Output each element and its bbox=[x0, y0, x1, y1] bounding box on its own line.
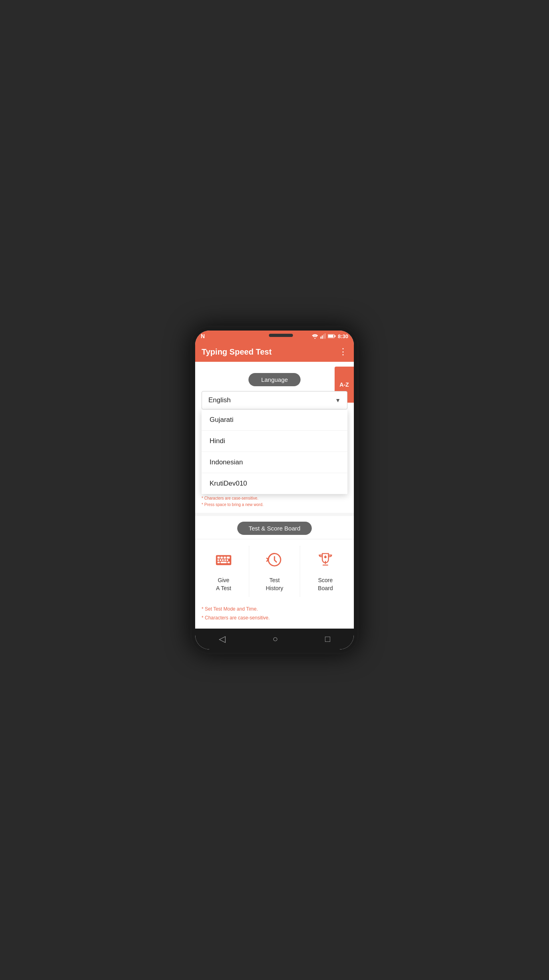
svg-rect-12 bbox=[227, 557, 230, 559]
svg-rect-17 bbox=[227, 559, 228, 561]
history-icon bbox=[265, 550, 284, 573]
svg-rect-16 bbox=[224, 559, 226, 561]
svg-point-0 bbox=[315, 338, 316, 339]
svg-rect-13 bbox=[218, 559, 219, 561]
language-section: Language English ▼ Gujarati Hindi Indone… bbox=[195, 362, 354, 492]
score-icons-row: GiveA Test TestHistory bbox=[195, 539, 354, 600]
content-area: Language English ▼ Gujarati Hindi Indone… bbox=[195, 362, 354, 629]
back-button[interactable]: ◁ bbox=[211, 631, 234, 647]
svg-rect-1 bbox=[321, 337, 321, 339]
dropdown-arrow-icon: ▼ bbox=[335, 397, 341, 403]
note-case-sensitive-2: * Characters are case-sensitive. bbox=[202, 614, 347, 623]
wifi-icon bbox=[312, 333, 318, 339]
test-score-badge: Test & Score Board bbox=[237, 522, 311, 535]
app-notification-icon: N bbox=[201, 333, 205, 339]
svg-rect-18 bbox=[218, 562, 220, 563]
note-test-mode: * Set Test Mode and Time. bbox=[202, 605, 347, 614]
svg-rect-14 bbox=[220, 559, 221, 561]
status-right: 8:30 bbox=[312, 333, 348, 339]
note-case-sensitive: * Characters are case-sensitive. bbox=[202, 495, 347, 502]
keyboard-icon bbox=[214, 550, 233, 573]
score-board-label: ScoreBoard bbox=[318, 577, 333, 592]
phone-screen: N bbox=[195, 331, 354, 649]
test-score-header: Test & Score Board bbox=[195, 516, 354, 539]
test-history-label: TestHistory bbox=[266, 577, 283, 592]
give-test-item[interactable]: GiveA Test bbox=[198, 546, 249, 597]
svg-rect-2 bbox=[322, 335, 323, 339]
dropdown-item-gujarati[interactable]: Gujarati bbox=[202, 409, 347, 431]
speaker bbox=[269, 334, 293, 337]
svg-rect-6 bbox=[328, 335, 333, 337]
dropdown-item-indonesian[interactable]: Indonesian bbox=[202, 452, 347, 473]
recents-button[interactable]: □ bbox=[317, 631, 338, 647]
az-label: A-Z bbox=[339, 381, 349, 388]
trophy-icon bbox=[316, 550, 335, 573]
phone-frame: N bbox=[190, 326, 359, 654]
signal-icon bbox=[320, 333, 326, 339]
language-badge: Language bbox=[248, 373, 301, 386]
svg-rect-10 bbox=[220, 557, 223, 559]
note-space-word: * Press space to bring a new word. bbox=[202, 502, 347, 508]
dropdown-item-hindi[interactable]: Hindi bbox=[202, 431, 347, 452]
navigation-bar: ◁ ○ □ bbox=[195, 629, 354, 649]
bottom-notes: * Set Test Mode and Time. * Characters a… bbox=[195, 600, 354, 627]
svg-rect-9 bbox=[218, 557, 220, 559]
give-test-label: GiveA Test bbox=[216, 577, 231, 592]
language-dropdown[interactable]: English ▼ Gujarati Hindi Indonesian Krut… bbox=[202, 391, 347, 409]
test-score-section: Test & Score Board bbox=[195, 516, 354, 627]
dropdown-item-krutidev[interactable]: KrutiDev010 bbox=[202, 473, 347, 494]
score-board-item[interactable]: ScoreBoard bbox=[300, 546, 351, 597]
language-notes: * Characters are case-sensitive. * Press… bbox=[195, 492, 354, 513]
svg-rect-19 bbox=[220, 562, 226, 563]
test-history-item[interactable]: TestHistory bbox=[249, 546, 300, 597]
svg-rect-3 bbox=[323, 334, 324, 339]
svg-rect-7 bbox=[334, 335, 335, 337]
dropdown-list: Gujarati Hindi Indonesian KrutiDev010 bbox=[202, 409, 347, 494]
svg-rect-15 bbox=[222, 559, 224, 561]
dropdown-selected-row[interactable]: English ▼ bbox=[202, 391, 347, 409]
language-section-header: Language bbox=[202, 367, 347, 391]
app-bar: Typing Speed Test ⋮ bbox=[195, 342, 354, 362]
battery-icon bbox=[328, 334, 336, 339]
dropdown-selected-text: English bbox=[208, 396, 231, 404]
svg-rect-4 bbox=[325, 333, 325, 339]
more-options-button[interactable]: ⋮ bbox=[339, 347, 347, 357]
svg-rect-20 bbox=[228, 562, 230, 563]
home-button[interactable]: ○ bbox=[264, 631, 286, 647]
status-time: 8:30 bbox=[338, 333, 348, 339]
svg-rect-11 bbox=[224, 557, 226, 559]
app-title: Typing Speed Test bbox=[202, 347, 272, 357]
status-left: N bbox=[201, 333, 205, 339]
